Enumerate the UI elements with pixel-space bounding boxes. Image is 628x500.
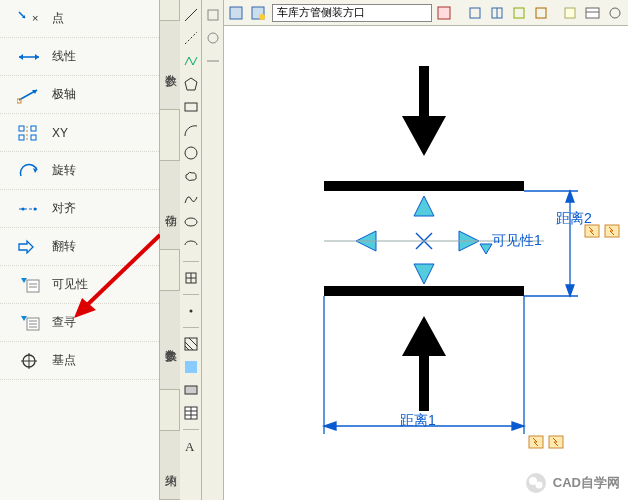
tool-insert-block-icon[interactable] — [182, 269, 200, 287]
toolbar-separator — [183, 327, 199, 328]
tool-ellipse-icon[interactable] — [182, 213, 200, 231]
svg-line-44 — [185, 342, 193, 350]
tab-constraints[interactable]: 约束 — [160, 430, 180, 500]
palette-item-rotation[interactable]: 旋转 — [0, 152, 159, 190]
close-block-editor-icon[interactable] — [436, 4, 454, 22]
point-param-icon: × — [16, 9, 44, 29]
svg-marker-90 — [512, 422, 524, 430]
palette-item-visibility[interactable]: 可见性 — [0, 266, 159, 304]
lookup-param-icon — [16, 313, 44, 333]
tool-aux2-icon[interactable] — [204, 29, 222, 47]
watermark: CAD自学网 — [525, 472, 620, 494]
palette-item-xy[interactable]: XY — [0, 114, 159, 152]
parameter-palette: × 点 线性 极轴 XY 旋转 对齐 翻转 — [0, 0, 160, 500]
polar-param-icon — [16, 85, 44, 105]
tool-polygon-icon[interactable] — [182, 75, 200, 93]
distance1-label[interactable]: 距离1 — [400, 412, 436, 430]
tool-spline-icon[interactable] — [182, 190, 200, 208]
palette-item-lookup[interactable]: 查寻 — [0, 304, 159, 342]
svg-marker-72 — [402, 316, 446, 411]
svg-line-46 — [189, 338, 197, 346]
svg-marker-19 — [21, 278, 27, 283]
svg-marker-79 — [480, 244, 492, 254]
svg-marker-89 — [324, 422, 336, 430]
authoring-palettes-icon[interactable] — [467, 4, 485, 22]
flip-param-icon — [16, 237, 44, 257]
tool-line-icon[interactable] — [182, 6, 200, 24]
tool-point-icon[interactable] — [182, 302, 200, 320]
svg-point-16 — [22, 207, 25, 210]
svg-line-33 — [185, 9, 197, 21]
block-name-value: 车库方管侧装方口 — [277, 5, 365, 20]
svg-marker-23 — [21, 316, 27, 321]
svg-rect-60 — [470, 8, 480, 18]
tool-aux3-icon[interactable] — [204, 52, 222, 70]
tool-polyline-icon[interactable] — [182, 52, 200, 70]
tool-circle-icon[interactable] — [182, 144, 200, 162]
tab-parameters[interactable]: 参数 — [160, 20, 180, 110]
svg-rect-9 — [19, 126, 24, 131]
palette-label: 查寻 — [52, 314, 76, 331]
attribute-icon[interactable] — [533, 4, 551, 22]
palette-item-flip[interactable]: 翻转 — [0, 228, 159, 266]
palette-label: 极轴 — [52, 86, 76, 103]
toolbar-separator — [183, 294, 199, 295]
svg-line-34 — [185, 32, 197, 44]
tool-aux1-icon[interactable] — [204, 6, 222, 24]
wechat-icon — [525, 472, 547, 494]
svg-point-55 — [208, 33, 218, 43]
tab-actions[interactable]: 动作 — [160, 160, 180, 250]
svg-point-42 — [189, 310, 192, 313]
palette-item-point[interactable]: × 点 — [0, 0, 159, 38]
tool-hatch-icon[interactable] — [182, 335, 200, 353]
svg-marker-84 — [566, 191, 574, 202]
svg-rect-63 — [514, 8, 524, 18]
palette-item-linear[interactable]: 线性 — [0, 38, 159, 76]
action-icon-3[interactable] — [528, 435, 546, 449]
tool-revision-cloud-icon[interactable] — [182, 167, 200, 185]
svg-rect-65 — [565, 8, 575, 18]
svg-rect-20 — [27, 280, 39, 292]
xy-param-icon — [16, 123, 44, 143]
tool-region-icon[interactable] — [182, 381, 200, 399]
svg-rect-48 — [185, 386, 197, 394]
tab-parameter-sets[interactable]: 参数集 — [160, 290, 180, 390]
visibility-param-label[interactable]: 可见性1 — [492, 232, 542, 250]
toolbar-separator — [183, 429, 199, 430]
drawing-canvas[interactable]: 车库方管侧装方口 — [224, 0, 628, 500]
palette-label: 可见性 — [52, 276, 88, 293]
learn-icon[interactable] — [562, 4, 580, 22]
palette-item-basepoint[interactable]: 基点 — [0, 342, 159, 380]
tool-mtext-icon[interactable]: A — [182, 437, 200, 455]
tool-arc-icon[interactable] — [182, 121, 200, 139]
action-icon-1[interactable] — [584, 224, 602, 238]
action-icon-2[interactable] — [604, 224, 622, 238]
more-icon[interactable] — [606, 4, 624, 22]
action-icon-4[interactable] — [548, 435, 566, 449]
parameter-icon[interactable] — [489, 4, 507, 22]
save-block-icon[interactable] — [228, 4, 246, 22]
tool-ellipse-arc-icon[interactable] — [182, 236, 200, 254]
svg-rect-70 — [324, 181, 524, 191]
action-icon[interactable] — [511, 4, 529, 22]
svg-rect-54 — [208, 10, 218, 20]
palette-item-alignment[interactable]: 对齐 — [0, 190, 159, 228]
palette-item-polar[interactable]: 极轴 — [0, 76, 159, 114]
svg-rect-11 — [19, 135, 24, 140]
tool-gradient-icon[interactable] — [182, 358, 200, 376]
table-icon[interactable] — [584, 4, 602, 22]
block-name-dropdown[interactable]: 车库方管侧装方口 — [272, 4, 432, 22]
svg-rect-36 — [185, 103, 197, 111]
tool-rectangle-icon[interactable] — [182, 98, 200, 116]
svg-text:×: × — [32, 12, 38, 24]
svg-rect-12 — [31, 135, 36, 140]
save-block-as-icon[interactable] — [250, 4, 268, 22]
tool-construction-line-icon[interactable] — [182, 29, 200, 47]
tool-table-icon[interactable] — [182, 404, 200, 422]
svg-point-37 — [185, 147, 197, 159]
palette-category-tabs: 参数 动作 参数集 约束 — [160, 0, 180, 500]
basepoint-param-icon — [16, 351, 44, 371]
svg-point-38 — [185, 218, 197, 226]
svg-marker-18 — [19, 241, 33, 253]
svg-point-97 — [535, 482, 542, 489]
